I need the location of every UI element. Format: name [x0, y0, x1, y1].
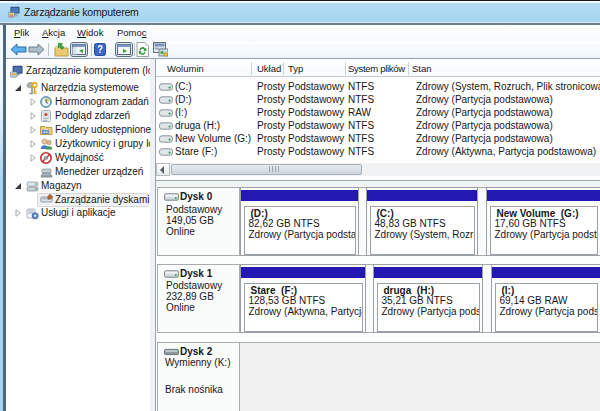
svg-text:22: 22 [43, 129, 49, 134]
svg-text:?: ? [97, 44, 103, 55]
